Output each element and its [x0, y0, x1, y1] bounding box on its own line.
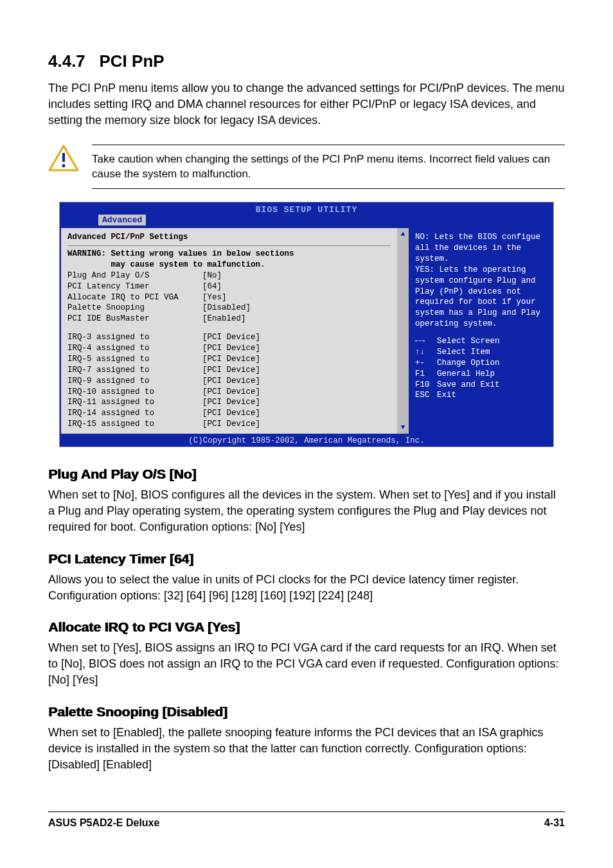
- subsection-title: Palette Snooping [Disabled]: [48, 704, 565, 720]
- bios-irq-row[interactable]: IRQ-3 assigned to[PCI Device]: [67, 332, 391, 343]
- bios-key-icon: ←→: [415, 336, 432, 347]
- footer-left: ASUS P5AD2-E Deluxe: [48, 817, 159, 829]
- bios-irq-value: [PCI Device]: [202, 408, 260, 419]
- bios-key-row: +-Change Option: [415, 358, 547, 369]
- bios-irq-row[interactable]: IRQ-10 assigned to[PCI Device]: [67, 387, 391, 398]
- bios-setting-row[interactable]: PCI Latency Timer[64]: [67, 281, 391, 292]
- bios-key-row: ←→Select Screen: [415, 336, 547, 347]
- bios-settings-list: Plug And Play O/S[No]PCI Latency Timer[6…: [67, 270, 391, 324]
- bios-setting-value: [Disabled]: [202, 303, 251, 314]
- bios-key-text: General Help: [437, 369, 495, 380]
- bios-irq-label: IRQ-3 assigned to: [67, 332, 202, 343]
- section-intro: The PCI PnP menu items allow you to chan…: [48, 80, 565, 129]
- bios-setting-value: [No]: [202, 270, 222, 281]
- bios-irq-value: [PCI Device]: [202, 387, 260, 398]
- bios-irq-label: IRQ-11 assigned to: [67, 397, 202, 408]
- bios-key-text: Save and Exit: [437, 380, 500, 391]
- bios-irq-value: [PCI Device]: [202, 365, 260, 376]
- bios-irq-value: [PCI Device]: [202, 397, 260, 408]
- section-heading: 4.4.7 PCI PnP: [48, 51, 565, 71]
- bios-header-title: BIOS SETUP UTILITY: [66, 205, 547, 215]
- bios-key-text: Exit: [437, 390, 456, 401]
- bios-irq-value: [PCI Device]: [202, 419, 260, 430]
- bios-setting-row[interactable]: Plug And Play O/S[No]: [67, 270, 391, 281]
- section-number: 4.4.7: [48, 51, 85, 71]
- bios-key-row: F10Save and Exit: [415, 380, 547, 391]
- bios-irq-row[interactable]: IRQ-14 assigned to[PCI Device]: [67, 408, 391, 419]
- bios-body: Advanced PCI/PnP Settings WARNING: Setti…: [60, 227, 553, 435]
- bios-help-panel: NO: Lets the BIOS configue all the devic…: [409, 227, 553, 435]
- bios-key-icon: ESC: [415, 390, 432, 401]
- bios-irq-label: IRQ-7 assigned to: [67, 365, 202, 376]
- bios-tab-advanced: Advanced: [98, 215, 146, 226]
- bios-setting-value: [Enabled]: [202, 314, 246, 324]
- page-footer: ASUS P5AD2-E Deluxe 4-31: [48, 811, 565, 829]
- subsection-text: Allows you to select the value in units …: [48, 572, 565, 604]
- bios-irq-value: [PCI Device]: [202, 343, 260, 354]
- bios-irq-label: IRQ-4 assigned to: [67, 343, 202, 354]
- svg-rect-1: [62, 153, 65, 162]
- bios-irq-list: IRQ-3 assigned to[PCI Device]IRQ-4 assig…: [67, 332, 391, 430]
- bios-scrollbar[interactable]: ▲ ▼: [397, 227, 409, 435]
- scroll-up-icon[interactable]: ▲: [401, 229, 405, 239]
- bios-footer: (C)Copyright 1985-2002, American Megatre…: [60, 435, 553, 447]
- bios-setting-value: [Yes]: [202, 292, 227, 303]
- bios-irq-row[interactable]: IRQ-15 assigned to[PCI Device]: [67, 419, 391, 430]
- bios-key-icon: F1: [415, 369, 432, 380]
- bios-key-row: ↑↓Select Item: [415, 347, 547, 358]
- bios-setting-label: PCI IDE BusMaster: [67, 314, 202, 324]
- bios-irq-value: [PCI Device]: [202, 354, 260, 365]
- bios-setting-value: [64]: [202, 281, 222, 292]
- caution-icon: [48, 145, 79, 173]
- bios-key-icon: ↑↓: [415, 347, 432, 358]
- bios-setting-row[interactable]: PCI IDE BusMaster[Enabled]: [67, 314, 391, 324]
- bios-key-text: Change Option: [437, 358, 500, 369]
- caution-text: Take caution when changing the settings …: [92, 152, 565, 182]
- bios-key-row: F1General Help: [415, 369, 547, 380]
- bios-setting-label: Palette Snooping: [67, 303, 202, 314]
- caution-text-wrapper: Take caution when changing the settings …: [92, 145, 565, 190]
- scroll-down-icon[interactable]: ▼: [401, 423, 405, 432]
- svg-point-2: [62, 164, 66, 167]
- bios-setting-label: Allocate IRQ to PCI VGA: [67, 292, 202, 303]
- subsection-title: Plug And Play O/S [No]: [48, 466, 565, 482]
- bios-key-row: ESCExit: [415, 390, 547, 401]
- bios-header: BIOS SETUP UTILITY Advanced: [60, 202, 553, 227]
- bios-irq-label: IRQ-14 assigned to: [67, 408, 202, 419]
- caution-box: Take caution when changing the settings …: [48, 145, 565, 190]
- bios-setting-row[interactable]: Palette Snooping[Disabled]: [67, 303, 391, 314]
- bios-key-icon: F10: [415, 380, 432, 391]
- bios-irq-label: IRQ-9 assigned to: [67, 376, 202, 387]
- bios-setting-label: PCI Latency Timer: [67, 281, 202, 292]
- bios-help-text: NO: Lets the BIOS configue all the devic…: [415, 232, 547, 330]
- bios-key-text: Select Item: [437, 347, 490, 358]
- subsection-text: When set to [No], BIOS configures all th…: [48, 487, 565, 536]
- bios-irq-row[interactable]: IRQ-9 assigned to[PCI Device]: [67, 376, 391, 387]
- bios-irq-row[interactable]: IRQ-4 assigned to[PCI Device]: [67, 343, 391, 354]
- subsection-text: When set to [Enabled], the pallete snoop…: [48, 725, 565, 774]
- bios-setting-label: Plug And Play O/S: [67, 270, 202, 281]
- subsection-text: When set to [Yes], BIOS assigns an IRQ t…: [48, 640, 565, 689]
- bios-irq-row[interactable]: IRQ-5 assigned to[PCI Device]: [67, 354, 391, 365]
- bios-irq-label: IRQ-15 assigned to: [67, 419, 202, 430]
- subsection-title: PCI Latency Timer [64]: [48, 551, 565, 567]
- footer-right: 4-31: [544, 817, 565, 829]
- bios-irq-value: [PCI Device]: [202, 376, 260, 387]
- bios-key-icon: +-: [415, 358, 432, 369]
- bios-panel-title: Advanced PCI/PnP Settings: [67, 232, 391, 243]
- bios-setting-row[interactable]: Allocate IRQ to PCI VGA[Yes]: [67, 292, 391, 303]
- bios-irq-label: IRQ-5 assigned to: [67, 354, 202, 365]
- bios-irq-value: [PCI Device]: [202, 332, 260, 343]
- bios-left-panel: Advanced PCI/PnP Settings WARNING: Setti…: [60, 227, 397, 435]
- subsection-title: Allocate IRQ to PCI VGA [Yes]: [48, 619, 565, 635]
- bios-key-text: Select Screen: [437, 336, 500, 347]
- bios-screenshot: BIOS SETUP UTILITY Advanced Advanced PCI…: [59, 202, 554, 447]
- bios-irq-label: IRQ-10 assigned to: [67, 387, 202, 398]
- section-title: PCI PnP: [100, 51, 164, 71]
- bios-warning: WARNING: Setting wrong values in below s…: [67, 249, 391, 270]
- bios-irq-row[interactable]: IRQ-7 assigned to[PCI Device]: [67, 365, 391, 376]
- bios-irq-row[interactable]: IRQ-11 assigned to[PCI Device]: [67, 397, 391, 408]
- bios-key-list: ←→Select Screen↑↓Select Item+-Change Opt…: [415, 336, 547, 401]
